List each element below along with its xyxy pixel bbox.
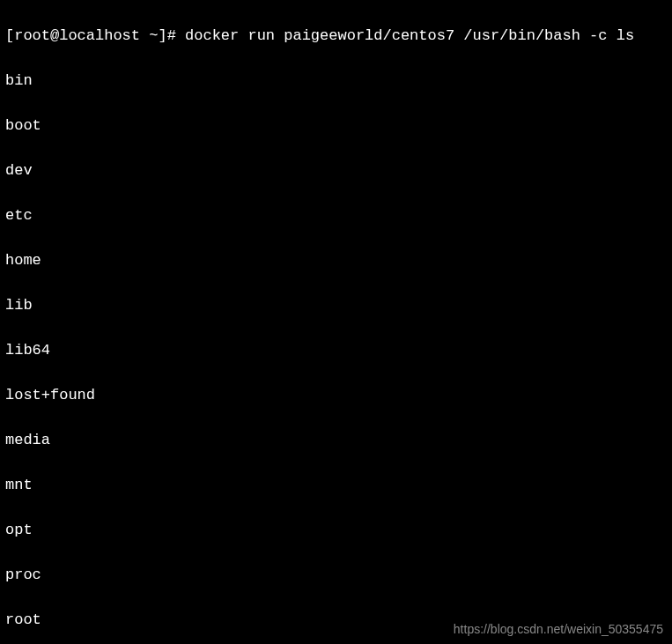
ls-output-line: opt — [5, 519, 667, 542]
command-text: docker run paigeeworld/centos7 /usr/bin/… — [185, 27, 634, 44]
ls-output-line: boot — [5, 115, 667, 137]
ls-output-line: proc — [5, 564, 667, 587]
ls-output-line: lost+found — [5, 384, 667, 407]
watermark-text: https://blog.csdn.net/weixin_50355475 — [454, 620, 663, 639]
ls-output-line: home — [5, 249, 667, 272]
terminal-output[interactable]: [root@localhost ~]# docker run paigeewor… — [5, 2, 667, 644]
ls-output-line: mnt — [5, 474, 667, 497]
ls-output-line: etc — [5, 204, 667, 227]
ls-output-line: lib64 — [5, 339, 667, 362]
ls-output-line: media — [5, 429, 667, 452]
shell-prompt: [root@localhost ~]# — [5, 27, 185, 44]
ls-output-line: dev — [5, 159, 667, 182]
ls-output-line: bin — [5, 70, 667, 93]
ls-output-line: lib — [5, 294, 667, 317]
